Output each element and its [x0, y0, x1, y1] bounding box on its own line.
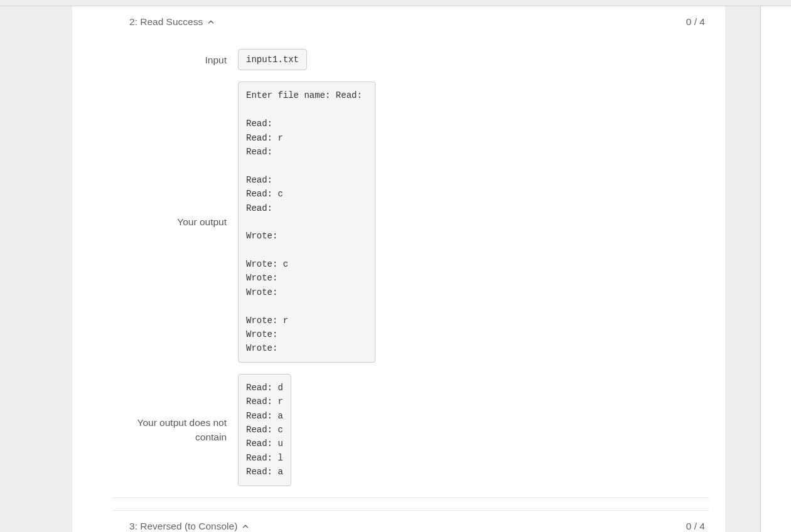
input-value-wrap: input1.txt [238, 49, 307, 70]
not-contain-label: Your output does not contain [129, 415, 227, 445]
main-card: 2: Read Success 0 / 4 Input input1.txt [72, 6, 725, 532]
right-border [760, 6, 761, 532]
section-divider [113, 497, 709, 510]
right-white-margin [760, 6, 791, 532]
test-section-2-title-wrap: 2: Read Success [129, 16, 215, 28]
input-value: input1.txt [238, 49, 307, 70]
your-output-value: Enter file name: Read: Read: Read: r Rea… [238, 82, 375, 362]
not-contain-row: Your output does not contain Read: d Rea… [129, 374, 709, 486]
test-section-3: 3: Reversed (to Console) 0 / 4 [113, 510, 709, 532]
not-contain-value-wrap: Read: d Read: r Read: a Read: c Read: u … [238, 374, 291, 486]
test-section-3-title: 3: Reversed (to Console) [129, 521, 237, 532]
input-row: Input input1.txt [129, 49, 709, 70]
your-output-value-wrap: Enter file name: Read: Read: Read: r Rea… [238, 82, 375, 362]
test-section-3-score: 0 / 4 [686, 521, 706, 532]
your-output-row: Your output Enter file name: Read: Read:… [129, 82, 709, 362]
test-section-3-header[interactable]: 3: Reversed (to Console) 0 / 4 [113, 511, 709, 532]
test-section-2-details: Input input1.txt Your output Enter file … [113, 38, 709, 497]
your-output-label: Your output [129, 215, 227, 229]
not-contain-value: Read: d Read: r Read: a Read: c Read: u … [238, 374, 291, 486]
left-gutter [0, 6, 72, 532]
test-section-2-title: 2: Read Success [129, 16, 203, 28]
right-gutter [725, 6, 760, 532]
test-section-2-score: 0 / 4 [686, 16, 706, 28]
top-strip [0, 0, 791, 6]
page-root: 2: Read Success 0 / 4 Input input1.txt [0, 0, 791, 532]
chevron-up-icon [207, 18, 215, 26]
test-section-2: 2: Read Success 0 / 4 Input input1.txt [113, 6, 709, 497]
chevron-up-icon [241, 522, 250, 531]
input-label: Input [129, 53, 227, 67]
test-section-3-title-wrap: 3: Reversed (to Console) [129, 521, 250, 532]
test-section-2-header[interactable]: 2: Read Success 0 / 4 [113, 6, 709, 38]
test-results-container: 2: Read Success 0 / 4 Input input1.txt [113, 6, 709, 532]
